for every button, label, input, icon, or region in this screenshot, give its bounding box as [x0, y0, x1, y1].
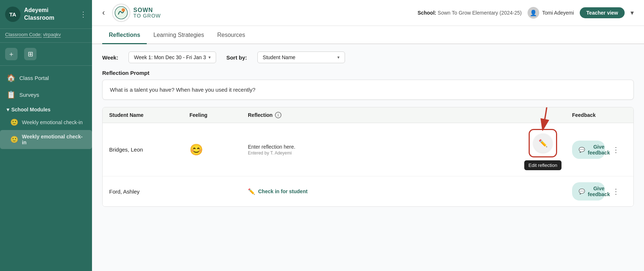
- sidebar-item-weekly-checkin-2[interactable]: 🙂 Weekly emotional check-in: [0, 130, 92, 149]
- student-name-ford: Ford, Ashley: [109, 188, 189, 195]
- tabbar: Reflections Learning Strategies Resource…: [92, 26, 644, 44]
- filter-bar: Week: Week 1: Mon Dec 30 - Fri Jan 3 ▾ S…: [102, 51, 634, 63]
- table-row: Ford, Ashley ✏️ Check in for student 💬 G…: [103, 176, 633, 206]
- sidebar-header: TA Adeyemi Classroom ⋮: [0, 0, 92, 29]
- sidebar: TA Adeyemi Classroom ⋮ Classroom Code: v…: [0, 0, 92, 271]
- feedback-icon-bridges: 💬: [579, 147, 585, 153]
- check-in-for-student-button[interactable]: ✏️ Check in for student: [248, 188, 307, 195]
- weekly-checkin-2-label: Weekly emotional check-in: [22, 134, 85, 145]
- reflection-prompt-section: Reflection Prompt What is a talent you h…: [102, 70, 634, 100]
- logo-svg: [114, 6, 128, 20]
- reflection-prompt-label: Reflection Prompt: [102, 70, 634, 76]
- edit-reflection-button[interactable]: ✏️: [533, 134, 552, 153]
- user-avatar-icon: 👤: [528, 7, 539, 19]
- reflection-prompt-box: What is a talent you have? When have you…: [102, 80, 634, 100]
- grid-button[interactable]: ⊞: [24, 48, 37, 60]
- topbar-chevron-icon[interactable]: ▾: [630, 9, 634, 17]
- checkin-pencil-icon: ✏️: [248, 188, 255, 195]
- sidebar-more-button[interactable]: ⋮: [80, 10, 87, 19]
- content-area: Week: Week 1: Mon Dec 30 - Fri Jan 3 ▾ S…: [92, 44, 644, 271]
- logo-area: SOWN TO GROW: [112, 4, 161, 22]
- classroom-code-section: Classroom Code: vlrpaqkv: [0, 29, 92, 43]
- sidebar-item-class-portal[interactable]: 🏠 Class Portal: [0, 69, 92, 86]
- school-modules-section[interactable]: ▾ School Modules: [0, 103, 92, 115]
- week-label: Week:: [102, 54, 118, 61]
- user-name: Tomi Adeyemi: [542, 10, 574, 16]
- logo-text: SOWN TO GROW: [133, 7, 161, 19]
- school-label: School: Sown To Grow Elementary (2024-25…: [418, 10, 522, 16]
- topbar-user: 👤 Tomi Adeyemi: [528, 7, 574, 19]
- school-modules-label: School Modules: [11, 107, 50, 112]
- edit-reflection-wrapper: ✏️: [529, 129, 557, 157]
- checkin-icon-2: 🙂: [10, 136, 18, 144]
- logo-circle: [112, 4, 130, 22]
- feedback-icon-ford: 💬: [579, 188, 585, 194]
- back-button[interactable]: ‹: [102, 8, 105, 18]
- more-actions-button-bridges[interactable]: ⋮: [605, 145, 627, 154]
- sidebar-nav: 🏠 Class Portal 📋 Surveys ▾ School Module…: [0, 66, 92, 153]
- class-portal-label: Class Portal: [19, 75, 49, 81]
- sort-chevron-icon: ▾: [337, 55, 340, 60]
- tab-learning-strategies[interactable]: Learning Strategies: [147, 26, 211, 44]
- logo-sown: SOWN: [133, 7, 161, 14]
- sidebar-item-weekly-checkin-1[interactable]: 🙂 Weekly emotional check-in: [0, 115, 92, 130]
- sort-value: Student Name: [263, 54, 296, 60]
- topbar: ‹ SOWN TO GROW School: Sown To Grow Elem…: [92, 0, 644, 26]
- reflection-info-icon[interactable]: i: [275, 112, 281, 118]
- home-icon: 🏠: [7, 73, 16, 82]
- reflection-text-ford: ✏️ Check in for student: [248, 188, 514, 195]
- student-table: Student Name Feeling Reflection i Feedba…: [102, 107, 634, 207]
- table-header: Student Name Feeling Reflection i Feedba…: [103, 107, 633, 123]
- week-select[interactable]: Week 1: Mon Dec 30 - Fri Jan 3 ▾: [129, 51, 216, 63]
- more-actions-button-ford[interactable]: ⋮: [605, 187, 627, 196]
- col-reflection: Reflection i: [248, 112, 514, 118]
- give-feedback-button-bridges[interactable]: 💬 Give feedback: [572, 141, 605, 159]
- edit-reflection-container: ✏️ Edit reflection: [514, 129, 572, 170]
- edit-reflection-tooltip: Edit reflection: [524, 160, 562, 170]
- week-chevron-icon: ▾: [208, 55, 211, 60]
- tab-reflections[interactable]: Reflections: [102, 26, 147, 44]
- main-content: ‹ SOWN TO GROW School: Sown To Grow Elem…: [92, 0, 644, 271]
- reflection-text-bridges: Enter reflection here. Entered by T. Ade…: [248, 144, 514, 156]
- sidebar-title: Adeyemi Classroom: [24, 7, 76, 22]
- chevron-down-icon: ▾: [7, 107, 9, 112]
- reflection-sub-bridges: Entered by T. Adeyemi: [248, 150, 514, 156]
- svg-point-1: [122, 8, 125, 12]
- feeling-emoji-bridges: 😊: [189, 143, 248, 156]
- weekly-checkin-1-label: Weekly emotional check-in: [22, 119, 83, 125]
- logo-grow: TO GROW: [133, 13, 161, 19]
- avatar: TA: [5, 7, 20, 22]
- week-value: Week 1: Mon Dec 30 - Fri Jan 3: [134, 54, 206, 60]
- surveys-icon: 📋: [7, 90, 16, 99]
- sort-select[interactable]: Student Name ▾: [257, 51, 345, 63]
- tab-resources[interactable]: Resources: [211, 26, 252, 44]
- sidebar-icon-row: ＋ ⊞: [0, 43, 92, 66]
- classroom-code-label: Classroom Code:: [5, 32, 42, 37]
- col-feedback: Feedback: [572, 112, 605, 118]
- col-student-name: Student Name: [109, 112, 189, 118]
- table-row: Bridges, Leon 😊 Enter reflection here. E…: [103, 123, 633, 176]
- teacher-view-button[interactable]: Teacher view: [580, 7, 625, 18]
- sort-label: Sort by:: [226, 54, 247, 61]
- col-feeling: Feeling: [189, 112, 248, 118]
- student-name-bridges: Bridges, Leon: [109, 146, 189, 153]
- classroom-code-value: vlrpaqkv: [43, 32, 61, 37]
- surveys-label: Surveys: [19, 92, 39, 98]
- add-button[interactable]: ＋: [5, 48, 18, 60]
- sidebar-item-surveys[interactable]: 📋 Surveys: [0, 86, 92, 103]
- checkin-icon-1: 🙂: [10, 118, 18, 126]
- give-feedback-button-ford[interactable]: 💬 Give feedback: [572, 182, 605, 201]
